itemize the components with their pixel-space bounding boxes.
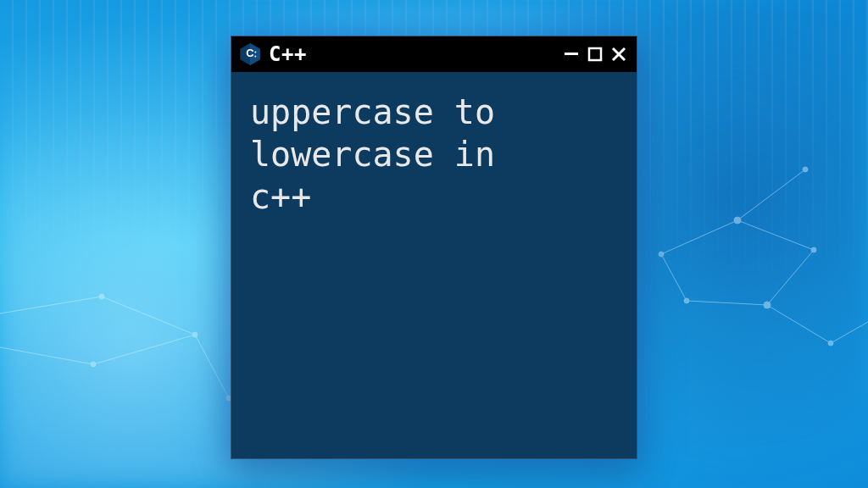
terminal-window: C + + C++ uppercase to lowercase in c++ xyxy=(231,36,637,459)
svg-point-23 xyxy=(803,167,808,172)
svg-line-1 xyxy=(102,297,195,335)
svg-line-13 xyxy=(661,254,687,301)
svg-rect-29 xyxy=(565,53,578,55)
svg-line-4 xyxy=(195,335,229,398)
minimize-button[interactable] xyxy=(562,44,581,63)
title-bar[interactable]: C + + C++ xyxy=(231,36,637,72)
close-button[interactable] xyxy=(609,45,628,64)
svg-point-20 xyxy=(764,302,771,308)
window-controls xyxy=(562,45,628,64)
svg-point-18 xyxy=(734,217,741,224)
svg-rect-30 xyxy=(589,48,601,60)
background-image: C + + C++ uppercase to lowercase in c++ xyxy=(0,0,868,488)
svg-point-21 xyxy=(684,298,689,303)
window-title: C++ xyxy=(269,42,555,66)
svg-line-14 xyxy=(767,305,831,343)
svg-line-3 xyxy=(0,347,93,364)
cpp-logo-icon: C + + xyxy=(238,42,262,66)
svg-point-17 xyxy=(659,252,664,257)
svg-point-6 xyxy=(192,332,198,337)
svg-line-16 xyxy=(737,169,805,220)
svg-line-10 xyxy=(737,220,814,250)
svg-point-7 xyxy=(91,362,96,367)
terminal-content: uppercase to lowercase in c++ xyxy=(231,72,637,458)
svg-line-11 xyxy=(767,250,814,305)
svg-point-19 xyxy=(811,247,816,252)
maximize-button[interactable] xyxy=(586,45,604,64)
svg-point-22 xyxy=(828,341,833,346)
svg-text:C: C xyxy=(246,47,253,59)
svg-text:+: + xyxy=(254,53,257,58)
svg-point-5 xyxy=(99,294,104,299)
svg-line-15 xyxy=(831,322,868,343)
svg-line-0 xyxy=(0,297,102,313)
svg-line-2 xyxy=(93,335,195,364)
svg-line-9 xyxy=(661,220,737,254)
svg-line-12 xyxy=(687,301,767,305)
